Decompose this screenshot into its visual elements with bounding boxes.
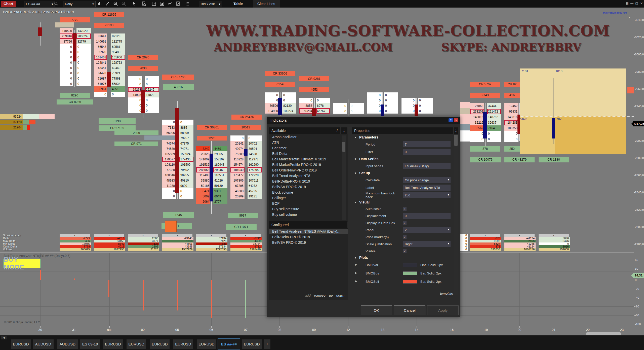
plot-style[interactable]: Bar, Solid, 2px (403, 271, 453, 275)
date-axis-label: 02 (141, 328, 145, 332)
input-series-input[interactable]: ES ##-## (Daily) (403, 163, 451, 169)
minimize-icon[interactable]: — (630, 1, 634, 6)
section-parameters[interactable]: ▼Parameters (352, 134, 453, 141)
section-set-up[interactable]: ▼Set up (352, 170, 453, 176)
expand-arrow-icon[interactable]: ▶ (355, 280, 357, 283)
plot-style[interactable]: Bar, Solid, 2px (403, 280, 453, 284)
strategies-icon[interactable] (175, 1, 181, 7)
data-box-icon[interactable] (141, 1, 147, 7)
zoom-out-icon[interactable] (121, 1, 127, 7)
info-icon[interactable]: i (336, 128, 337, 133)
available-scrollbar[interactable] (342, 135, 346, 220)
chart-trader-icon[interactable] (159, 1, 165, 7)
down-link[interactable]: down (336, 294, 344, 297)
panel-select[interactable]: 2▾ (403, 227, 451, 233)
available-indicator-item[interactable]: Bollinger (269, 195, 348, 201)
calculate-select[interactable]: On price change▾ (403, 177, 451, 183)
grid-icon[interactable]: ▦ (625, 1, 629, 6)
instrument-select[interactable]: ES ##-##▾ (24, 1, 55, 7)
properties-scrollbar[interactable] (454, 134, 458, 295)
search-icon[interactable] (53, 1, 59, 7)
draw-pencil-icon[interactable] (105, 1, 111, 7)
auto-scale-checkbox[interactable]: ✓ (403, 207, 407, 211)
horizontal-scrollbar-thumb[interactable] (586, 332, 621, 335)
bid-ask-select[interactable]: Bid x Ask▾ (199, 1, 222, 7)
maximum-bars-look-back-select[interactable]: 256▾ (403, 192, 451, 198)
available-scrollbar-thumb[interactable] (342, 142, 345, 152)
add-tab-button[interactable]: + (264, 339, 270, 349)
tab-audusd[interactable]: AUDUSD (57, 339, 78, 349)
period-input[interactable]: 7 (403, 141, 451, 147)
display-in-data-box-checkbox[interactable]: ✓ (403, 221, 407, 225)
properties-scrollbar-thumb[interactable] (454, 135, 458, 146)
tab-eurusd[interactable]: EURUSD (173, 339, 193, 349)
table-button[interactable]: Table (233, 0, 243, 8)
configured-indicator-item[interactable]: Bell Trend Analyzer NT8(ES ##-## (Daily)… (269, 229, 348, 234)
available-indicator-item[interactable]: ATR (269, 140, 348, 145)
scale-justification-select[interactable]: Right▾ (403, 241, 451, 247)
restore-icon[interactable]: ▢ (634, 1, 639, 6)
chart-style-icon[interactable] (97, 1, 103, 7)
tab-eurusd[interactable]: EURUSD (103, 339, 123, 349)
section-visual[interactable]: ▼Visual (352, 199, 453, 205)
add-link[interactable]: add (305, 294, 311, 297)
available-indicator-item[interactable]: Bell Trend Analyzer NT8 (269, 173, 348, 179)
available-indicator-item[interactable]: Bell MarketProfile-PRO © 2019 (269, 162, 348, 167)
dialog-title[interactable]: Indicators (267, 117, 460, 124)
label-input[interactable]: Bell Trend Analyzer NT8 (403, 185, 451, 191)
expand-arrow-icon[interactable]: ▶ (355, 263, 357, 266)
displacement-input[interactable]: 0 (403, 213, 451, 219)
filter-input[interactable]: 0 (403, 149, 451, 155)
period-select[interactable]: Daily▾ (63, 1, 96, 7)
indicator-line-icon[interactable] (167, 1, 173, 7)
available-indicator-item[interactable]: Block volume (269, 190, 348, 195)
visible-checkbox[interactable]: ✓ (403, 249, 407, 253)
tab-eurusd[interactable]: EURUSD (11, 339, 31, 349)
section-data-series[interactable]: ▼Data Series (352, 156, 453, 162)
configured-indicator-item[interactable]: BellRDelta-PRO © 2019 (269, 234, 348, 240)
help-icon[interactable]: ? (449, 118, 453, 122)
expand-arrow-icon[interactable]: ▶ (355, 271, 357, 274)
available-indicator-item[interactable]: Bell OrderFlow-PRO © 2019 (269, 167, 348, 173)
properties-scroll-spinner[interactable]: ▲▼ (454, 127, 458, 134)
scroll-back-arrow-icon[interactable]: ← (628, 14, 633, 20)
available-indicator-item[interactable]: Bar timer (269, 145, 348, 151)
available-indicator-item[interactable]: BellRDelta-PRO © 2019 (269, 179, 348, 184)
tab-es-09-19[interactable]: ES 09-19 (80, 339, 100, 349)
tab-eurusd[interactable]: EURUSD (150, 339, 170, 349)
plot-style[interactable]: Line, Solid, 2px (403, 263, 453, 267)
tab-eurusd[interactable]: EURUSD (127, 339, 146, 349)
available-indicator-item[interactable]: Buy sell volume (269, 212, 348, 217)
indicators-list-icon[interactable] (184, 1, 190, 7)
configured-indicator-item[interactable]: BellVSA PRO © 2019 (269, 240, 348, 245)
available-indicator-item[interactable]: BellVSA PRO © 2019 (269, 184, 348, 190)
tab-scroll-left-icon[interactable]: ◀ (1, 336, 7, 339)
cursor-icon[interactable] (131, 1, 137, 7)
zoom-in-icon[interactable] (113, 1, 119, 7)
section-plots[interactable]: ▼Plots (352, 254, 453, 261)
template-link[interactable]: template (440, 292, 453, 295)
mini-signature-text: andreybbrv@gmail.com (603, 12, 627, 14)
tab-es-[interactable]: ES ##-## (218, 338, 240, 349)
close-icon[interactable]: ✕ (454, 118, 458, 122)
available-scroll-spinner[interactable]: ▲▼ (341, 127, 347, 134)
close-icon[interactable]: ✕ (639, 1, 644, 6)
cancel-button[interactable]: Cancel (394, 305, 425, 315)
tab-audusd[interactable]: AUDUSD (33, 339, 54, 349)
available-indicator-item[interactable]: Buy sell pressure (269, 206, 348, 212)
remove-link[interactable]: remove (314, 294, 326, 297)
footprint-bid-cell: 27862 (470, 103, 484, 109)
available-indicator-item[interactable]: Bell Delta (269, 151, 348, 156)
panels-layout-icon[interactable] (151, 1, 157, 7)
ok-button[interactable]: OK (361, 305, 392, 315)
available-indicator-item[interactable]: BOP (269, 201, 348, 206)
clear-lines-button[interactable]: Clear Lines (253, 0, 280, 8)
available-indicator-item[interactable]: Bell MarketProfile Ultimate © 2019 (269, 156, 348, 162)
apply-button[interactable]: Apply (427, 305, 459, 315)
available-indicator-item[interactable]: Aroon oscillator (269, 134, 348, 140)
up-link[interactable]: up (329, 294, 333, 297)
chart-menu-button[interactable]: Chart (1, 1, 16, 7)
tab-eurusd[interactable]: EURUSD (197, 339, 216, 349)
price-marker-s--checkbox[interactable]: ✓ (403, 235, 407, 239)
tab-eurusd[interactable]: EURUSD (242, 339, 262, 349)
